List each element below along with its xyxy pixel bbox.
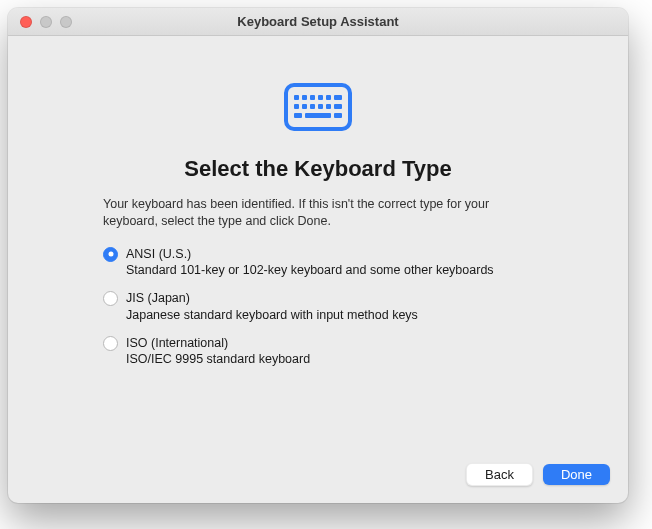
- titlebar: Keyboard Setup Assistant: [8, 8, 628, 36]
- svg-rect-2: [302, 95, 307, 100]
- option-jis[interactable]: JIS (Japan) Japanese standard keyboard w…: [103, 290, 533, 323]
- option-label: JIS (Japan): [126, 290, 418, 306]
- svg-rect-12: [334, 104, 342, 109]
- svg-rect-5: [326, 95, 331, 100]
- minimize-icon: [40, 16, 52, 28]
- footer: Back Done: [8, 445, 628, 503]
- svg-rect-7: [294, 104, 299, 109]
- svg-rect-4: [318, 95, 323, 100]
- svg-rect-3: [310, 95, 315, 100]
- traffic-lights: [8, 16, 72, 28]
- radio-ansi[interactable]: [103, 247, 118, 262]
- window-title: Keyboard Setup Assistant: [8, 14, 628, 29]
- svg-rect-15: [334, 113, 342, 118]
- content-area: Select the Keyboard Type Your keyboard h…: [8, 36, 628, 445]
- svg-rect-13: [294, 113, 302, 118]
- maximize-icon: [60, 16, 72, 28]
- radio-iso[interactable]: [103, 336, 118, 351]
- option-label: ANSI (U.S.): [126, 246, 494, 262]
- option-label: ISO (International): [126, 335, 310, 351]
- svg-rect-11: [326, 104, 331, 109]
- close-icon[interactable]: [20, 16, 32, 28]
- description-text: Your keyboard has been identified. If th…: [103, 196, 533, 230]
- svg-rect-6: [334, 95, 342, 100]
- svg-rect-14: [305, 113, 331, 118]
- keyboard-type-options: ANSI (U.S.) Standard 101-key or 102-key …: [103, 246, 533, 368]
- page-title: Select the Keyboard Type: [184, 156, 451, 182]
- keyboard-icon: [283, 82, 353, 136]
- done-button[interactable]: Done: [543, 464, 610, 485]
- option-sublabel: Standard 101-key or 102-key keyboard and…: [126, 262, 494, 278]
- option-iso[interactable]: ISO (International) ISO/IEC 9995 standar…: [103, 335, 533, 368]
- svg-rect-9: [310, 104, 315, 109]
- option-sublabel: Japanese standard keyboard with input me…: [126, 307, 418, 323]
- svg-rect-8: [302, 104, 307, 109]
- window: Keyboard Setup Assistant: [8, 8, 628, 503]
- svg-rect-10: [318, 104, 323, 109]
- option-sublabel: ISO/IEC 9995 standard keyboard: [126, 351, 310, 367]
- back-button[interactable]: Back: [466, 463, 533, 486]
- option-ansi[interactable]: ANSI (U.S.) Standard 101-key or 102-key …: [103, 246, 533, 279]
- svg-rect-1: [294, 95, 299, 100]
- radio-jis[interactable]: [103, 291, 118, 306]
